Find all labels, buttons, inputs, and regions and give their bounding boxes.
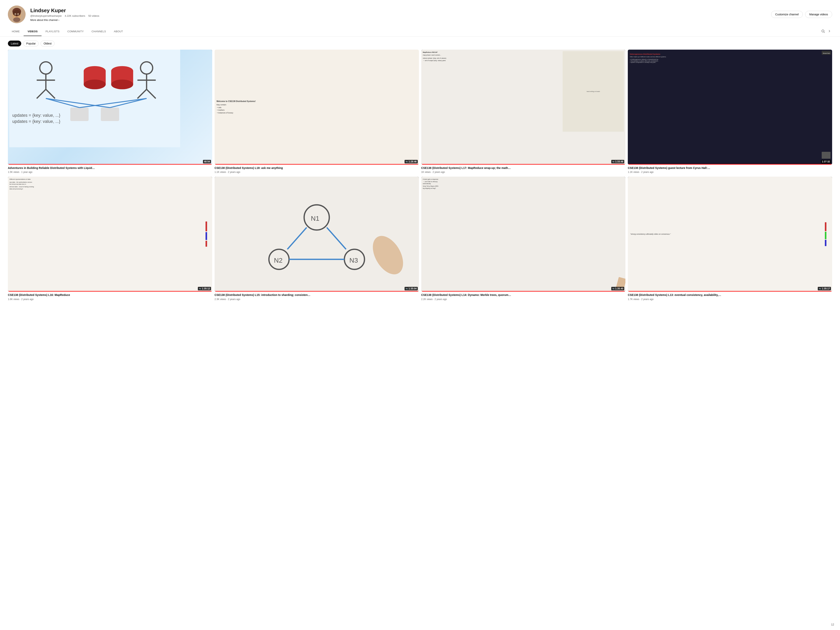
svg-rect-39 [233,184,401,284]
avatar [8,6,25,23]
video-count: 50 videos [88,14,99,17]
svg-point-25 [111,79,133,89]
video-title: CSE138 (Distributed Systems) L14: Dynamo… [421,293,625,297]
video-meta: 1.6K views · 2 years ago [8,298,212,301]
video-title: CSE138 (Distributed Systems) guest lectu… [628,166,832,170]
svg-rect-32 [101,108,119,121]
video-meta: 2.3K views · 2 years ago [215,298,419,301]
filter-popular[interactable]: Popular [23,41,39,46]
video-title: CSE138 (Distributed Systems) L16: MapRed… [8,293,212,297]
videos-section: updates = {key: value, ...} updates = {k… [0,50,840,308]
channel-meta: @lindseykuperwithasharpie 4.22K subscrib… [30,14,766,17]
channel-header: Lindsey Kuper @lindseykuperwithasharpie … [0,0,840,23]
svg-point-10 [18,14,19,15]
duration-badge: 📷 1:28:46 [404,160,418,163]
duration-badge: 1:37:32 [821,160,831,163]
video-info: CSE138 (Distributed Systems) L17: MapRed… [421,164,625,174]
video-card[interactable]: if client gets a response → can't talk t… [421,177,625,300]
svg-point-9 [15,14,16,15]
video-thumbnail: updates = {key: value, ...} updates = {k… [8,50,212,164]
video-thumbnail: "strong consistency ultimately relies on… [628,177,832,292]
svg-rect-31 [70,108,88,121]
video-meta: 1.7K views · 2 years ago [628,298,832,301]
more-about-link[interactable]: More about this channel › [30,19,766,22]
video-card[interactable]: StreamYard Heterogeneous Distributed Sys… [628,50,832,174]
video-info: CSE138 (Distributed Systems) L15: introd… [215,292,419,301]
video-title: CSE138 (Distributed Systems) L13: eventu… [628,293,832,297]
videos-grid: updates = {key: value, ...} updates = {k… [8,50,832,301]
video-info: CSE138 (Distributed Systems) L18: ask me… [215,164,419,174]
video-thumbnail: Different representations of data raw da… [8,177,212,292]
search-icon[interactable] [819,26,827,36]
duration-badge: 📷 1:35:40 [611,287,624,291]
svg-point-4 [13,10,21,16]
channel-nav: HOME VIDEOS PLAYLISTS COMMUNITY CHANNELS… [0,26,840,36]
video-card[interactable]: Welcome to CSE138 Distributed Systems! M… [215,50,419,174]
duration-badge: 📷 1:33:46 [611,160,624,163]
video-info: CSE138 (Distributed Systems) L13: eventu… [628,292,832,301]
customize-channel-button[interactable]: Customize channel [771,11,803,18]
video-card[interactable]: Different representations of data raw da… [8,177,212,300]
svg-line-13 [824,32,825,33]
svg-text:N2: N2 [274,257,283,264]
channel-name: Lindsey Kuper [30,8,766,14]
video-card[interactable]: updates = {key: value, ...} updates = {k… [8,50,212,174]
nav-community[interactable]: COMMUNITY [63,27,88,36]
channel-details: Lindsey Kuper @lindseykuperwithasharpie … [30,8,766,22]
video-meta: 2.2K views · 2 years ago [421,298,625,301]
svg-point-12 [822,30,824,32]
video-card[interactable]: MapReduce RECAP map phase: each worker..… [421,50,625,174]
filter-oldest[interactable]: Oldest [41,41,54,46]
video-meta: 1.1K views · 2 years ago [215,171,419,174]
nav-more-arrow[interactable] [827,26,832,36]
channel-actions: Customize channel Manage videos [771,11,832,18]
video-card[interactable]: "strong consistency ultimately relies on… [628,177,832,300]
nav-home[interactable]: HOME [8,27,24,36]
video-thumbnail: N1 N2 N3 📷 1:35:04 [215,177,419,292]
nav-about[interactable]: ABOUT [110,27,127,36]
channel-handle: @lindseykuperwithasharpie [30,14,62,17]
video-title: CSE138 (Distributed Systems) L15: introd… [215,293,419,297]
video-info: CSE138 (Distributed Systems) L16: MapRed… [8,292,212,301]
duration-badge: 📷 1:35:12 [198,287,211,291]
duration-badge: 📷 1:35:17 [818,287,831,291]
channel-info: Lindsey Kuper @lindseykuperwithasharpie … [8,6,832,23]
video-card[interactable]: N1 N2 N3 📷 1:35:04 [215,177,419,300]
video-thumbnail: if client gets a response → can't talk t… [421,177,625,292]
svg-text:N3: N3 [349,257,358,264]
video-info: CSE138 (Distributed Systems) guest lectu… [628,164,832,174]
svg-text:N1: N1 [311,215,319,222]
svg-text:updates = {key: value, ...}: updates = {key: value, ...} [12,119,60,124]
video-title: CSE138 (Distributed Systems) L18: ask me… [215,166,419,170]
duration-badge: 📷 1:35:04 [404,287,418,291]
video-thumbnail: StreamYard Heterogeneous Distributed Sys… [628,50,832,164]
manage-videos-button[interactable]: Manage videos [805,11,832,18]
svg-text:updates = {key: value, ...}: updates = {key: value, ...} [12,113,60,118]
svg-point-22 [84,79,106,89]
svg-point-11 [13,17,20,22]
filter-latest[interactable]: Latest [8,41,21,46]
video-meta: 1K views · 2 years ago [421,171,625,174]
video-thumbnail: MapReduce RECAP map phase: each worker..… [421,50,625,164]
video-meta: 1.5K views · 1 year ago [8,171,212,174]
video-info: Adventures in Building Reliable Distribu… [8,164,212,174]
video-title: CSE138 (Distributed Systems) L17: MapRed… [421,166,625,170]
nav-playlists[interactable]: PLAYLISTS [41,27,63,36]
video-title: Adventures in Building Reliable Distribu… [8,166,212,170]
nav-videos[interactable]: VIDEOS [24,27,41,36]
svg-rect-14 [9,50,180,147]
video-meta: 1.1K views · 2 years ago [628,171,832,174]
nav-channels[interactable]: CHANNELS [88,27,110,36]
video-info: CSE138 (Distributed Systems) L14: Dynamo… [421,292,625,301]
video-thumbnail: Welcome to CSE138 Distributed Systems! M… [215,50,419,164]
filter-bar: Latest Popular Oldest [0,36,840,50]
subscriber-count: 4.22K subscribers [65,14,85,17]
duration-badge: 48:54 [203,160,211,163]
